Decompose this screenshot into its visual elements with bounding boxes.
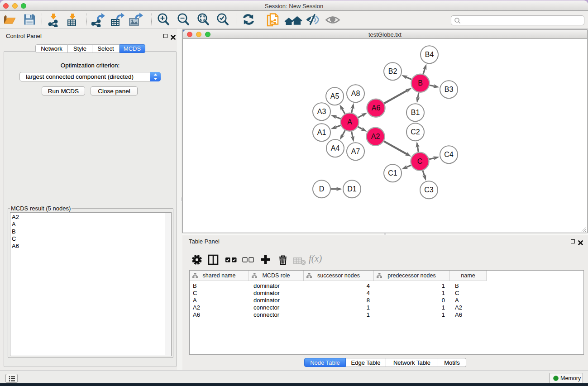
svg-text:A4: A4 — [331, 144, 340, 152]
svg-text:A3: A3 — [317, 108, 326, 115]
svg-text:A6: A6 — [372, 104, 381, 112]
svg-text:A8: A8 — [351, 90, 360, 97]
svg-text:A7: A7 — [351, 148, 360, 155]
svg-text:A: A — [347, 118, 352, 126]
svg-text:C4: C4 — [444, 151, 454, 158]
svg-text:A5: A5 — [330, 92, 339, 100]
svg-text:D: D — [319, 185, 325, 193]
svg-text:C3: C3 — [424, 186, 434, 194]
svg-text:B3: B3 — [445, 86, 454, 93]
svg-text:C: C — [417, 157, 423, 165]
svg-text:C1: C1 — [388, 169, 397, 177]
svg-text:C2: C2 — [411, 128, 420, 136]
svg-text:D1: D1 — [347, 185, 357, 193]
svg-text:A2: A2 — [371, 133, 380, 140]
svg-text:A1: A1 — [317, 129, 326, 136]
svg-text:B: B — [418, 79, 423, 87]
svg-text:B2: B2 — [388, 67, 397, 75]
svg-text:B4: B4 — [425, 51, 434, 58]
svg-text:B1: B1 — [411, 109, 420, 116]
